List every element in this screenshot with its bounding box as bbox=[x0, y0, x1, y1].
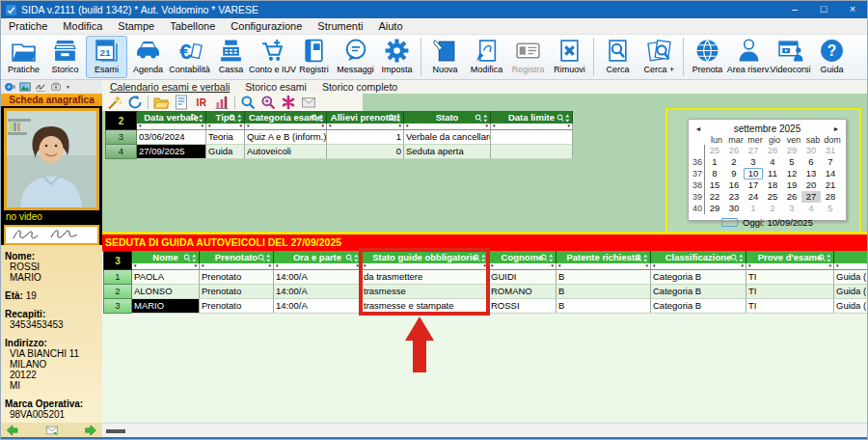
filter-cell[interactable] bbox=[245, 124, 327, 130]
calendar-day[interactable]: 19 bbox=[782, 179, 801, 191]
calendar-day[interactable]: 22 bbox=[705, 191, 724, 203]
toolbar-button-conto-e-iuv[interactable]: Conto e IUV bbox=[252, 36, 293, 78]
asterisk-icon[interactable] bbox=[281, 95, 296, 110]
calendar-next-icon[interactable]: ► bbox=[829, 125, 843, 132]
refresh-icon[interactable] bbox=[127, 95, 143, 110]
cell-tipo[interactable]: Teoria bbox=[206, 130, 245, 145]
scanner-icon[interactable] bbox=[50, 81, 63, 93]
filter-cell[interactable] bbox=[746, 263, 834, 270]
calendar-day[interactable]: 7 bbox=[821, 156, 840, 168]
cell-cognome[interactable]: ROSSI bbox=[489, 299, 556, 314]
column-header-prove-d-esame[interactable]: Prove d'esame bbox=[746, 251, 834, 263]
calendar-day[interactable]: 4 bbox=[763, 156, 782, 168]
toolbar-button-prenota[interactable]: Prenota bbox=[687, 36, 728, 78]
row-number[interactable]: 1 bbox=[103, 270, 132, 285]
toolbar-button-cerca[interactable]: Cerca + bbox=[638, 36, 680, 78]
cell-patente-richiesta[interactable]: B bbox=[556, 285, 651, 299]
camera-icon[interactable] bbox=[4, 81, 16, 93]
toolbar-button-contabilit[interactable]: €Contabilità bbox=[169, 36, 210, 78]
calendar-day[interactable]: 2 bbox=[724, 156, 744, 168]
toolbar-button-cassa[interactable]: Cassa bbox=[210, 36, 252, 78]
cell-prove-d-esame[interactable]: TI bbox=[746, 270, 834, 285]
cell-data-limite[interactable] bbox=[491, 145, 573, 159]
calendar-day[interactable]: 13 bbox=[801, 168, 821, 179]
calendar-day[interactable]: 27 bbox=[801, 191, 821, 203]
cell-classificazione[interactable]: Categoria B bbox=[651, 299, 746, 314]
row-number[interactable]: 3 bbox=[105, 130, 137, 145]
menu-item-strumenti[interactable]: Strumenti bbox=[310, 18, 370, 34]
calendar-day[interactable]: 26 bbox=[782, 191, 801, 203]
cell-cognome[interactable]: GUIDI bbox=[489, 270, 556, 285]
toolbar-button-agenda[interactable]: Agenda bbox=[127, 36, 169, 78]
send-mail-button[interactable] bbox=[45, 425, 59, 436]
calendar-day[interactable]: 31 bbox=[821, 145, 840, 156]
cell-stato[interactable]: Guida ( bbox=[834, 285, 867, 299]
cell-data-verbale[interactable]: 03/06/2024 bbox=[137, 130, 206, 145]
calendar-day[interactable]: 11 bbox=[763, 168, 782, 179]
toolbar-button-modifica[interactable]: Modifica bbox=[466, 36, 507, 78]
column-header-allievi-prenotati[interactable]: Allievi prenotati bbox=[327, 111, 404, 124]
cell-stato[interactable]: Guida ( bbox=[834, 270, 867, 285]
chart-icon[interactable] bbox=[214, 95, 230, 110]
table-corner-cell[interactable]: 2 bbox=[105, 111, 137, 130]
column-header-classificazione[interactable]: Classificazione bbox=[651, 251, 746, 263]
row-number[interactable]: 3 bbox=[103, 299, 132, 314]
toolbar-button-registri[interactable]: Registri bbox=[293, 36, 335, 78]
column-header-tipo[interactable]: Tipo bbox=[206, 111, 245, 124]
today-label[interactable]: Oggi: 10/09/2025 bbox=[743, 217, 813, 228]
signature-icon[interactable] bbox=[35, 81, 47, 93]
cell-patente-richiesta[interactable]: B bbox=[556, 299, 651, 314]
filter-cell[interactable] bbox=[556, 263, 651, 270]
toolbar-button-pratiche[interactable]: Pratiche bbox=[3, 36, 44, 78]
toolbar-button-nuova[interactable]: Nuova bbox=[424, 36, 466, 78]
tab-storico-esami[interactable]: Storico esami bbox=[245, 81, 307, 93]
column-header-categoria-esame[interactable]: Categoria esame bbox=[245, 111, 327, 124]
zoom-icon[interactable] bbox=[240, 95, 256, 110]
calendar-day[interactable]: 29 bbox=[782, 145, 801, 156]
column-header-stato[interactable]: Stato bbox=[404, 111, 491, 124]
filter-cell[interactable] bbox=[132, 263, 200, 270]
cell-prove-d-esame[interactable]: TI bbox=[746, 299, 834, 314]
calendar-day[interactable]: 25 bbox=[705, 145, 724, 156]
maximize-button[interactable]: □ bbox=[809, 1, 838, 18]
calendar-day[interactable]: 29 bbox=[705, 203, 724, 214]
cell-prenotato[interactable]: Prenotato bbox=[200, 270, 274, 285]
calendar-day[interactable]: 23 bbox=[724, 191, 744, 203]
calendar-day[interactable]: 14 bbox=[821, 168, 840, 179]
cell-classificazione[interactable]: Categoria B bbox=[651, 270, 746, 285]
cell-tipo[interactable]: Guida bbox=[206, 145, 245, 159]
column-header-data-limite[interactable]: Data limite bbox=[491, 111, 573, 124]
toolbar-button-cerca[interactable]: Cerca bbox=[597, 36, 638, 78]
filter-cell[interactable] bbox=[651, 263, 746, 270]
row-number[interactable]: 2 bbox=[103, 285, 132, 299]
toolbar-button-videocorsi[interactable]: Videocorsi bbox=[770, 36, 811, 78]
cell-stato[interactable]: Seduta aperta bbox=[404, 145, 491, 159]
column-header-prenotato[interactable]: Prenotato bbox=[200, 251, 274, 263]
calendar-prev-icon[interactable]: ◄ bbox=[692, 125, 705, 132]
magic-wand-icon[interactable] bbox=[107, 95, 122, 110]
menu-item-modifica[interactable]: Modifica bbox=[55, 18, 110, 34]
toolbar-button-imposta[interactable]: Imposta bbox=[376, 36, 418, 78]
filter-cell[interactable] bbox=[834, 263, 867, 270]
cell-categoria-esame[interactable]: Autoveicoli bbox=[245, 145, 327, 159]
calendar-day[interactable]: 15 bbox=[705, 179, 724, 191]
calendar-day[interactable]: 24 bbox=[744, 191, 763, 203]
zoom-color-icon[interactable] bbox=[260, 95, 276, 110]
cell-patente-richiesta[interactable]: B bbox=[556, 270, 651, 285]
toolbar-button-storico[interactable]: Storico bbox=[44, 36, 86, 78]
horizontal-scrollbar[interactable] bbox=[102, 423, 867, 437]
calendar-day[interactable]: 27 bbox=[744, 145, 763, 156]
filter-cell[interactable] bbox=[206, 124, 245, 130]
calendar-day[interactable]: 30 bbox=[724, 203, 744, 214]
tab-calendario-esami-e-verbali[interactable]: Calendario esami e verbali bbox=[110, 81, 230, 93]
calendar-day[interactable]: 5 bbox=[782, 156, 801, 168]
filter-cell[interactable] bbox=[200, 263, 274, 270]
calendar-day[interactable]: 6 bbox=[801, 156, 821, 168]
table-corner-cell[interactable]: 3 bbox=[103, 251, 132, 270]
calendar-day[interactable]: 25 bbox=[763, 191, 782, 203]
cell-allievi-prenotati[interactable]: 0 bbox=[327, 145, 404, 159]
calendar-day[interactable]: 10 bbox=[744, 168, 763, 179]
cell-prove-d-esame[interactable]: TI bbox=[746, 285, 834, 299]
toolbar-button-esami[interactable]: 21Esami bbox=[86, 36, 127, 78]
filter-cell[interactable] bbox=[137, 124, 206, 130]
